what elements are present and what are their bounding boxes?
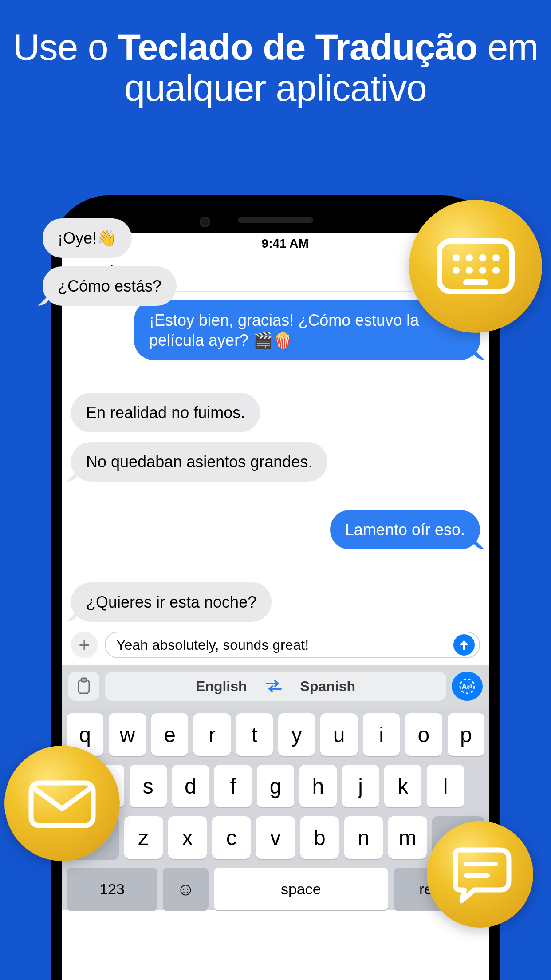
translate-icon: A⇄ <box>458 677 476 695</box>
svg-point-11 <box>479 267 486 274</box>
headline-bold: Teclado de Tradução <box>118 26 477 68</box>
key-x[interactable]: x <box>168 816 207 859</box>
svg-point-12 <box>492 267 500 274</box>
language-switch[interactable]: English Spanish <box>105 672 446 701</box>
keyboard-row-3: z x c v b n m <box>67 816 484 859</box>
phone-screen: 9:41 AM 100% Back ¡Estoy bien, gracias! … <box>62 233 489 980</box>
key-f[interactable]: f <box>214 765 252 807</box>
svg-point-5 <box>453 254 460 261</box>
floating-message-1: ¡Oye!👋 <box>43 218 132 258</box>
key-d[interactable]: d <box>172 765 209 807</box>
mail-icon <box>27 777 98 830</box>
svg-point-9 <box>453 267 460 274</box>
key-g[interactable]: g <box>257 765 294 807</box>
feature-badge-chat <box>427 821 533 928</box>
received-message: ¿Quieres ir esta noche? <box>71 582 272 622</box>
svg-point-6 <box>466 254 473 261</box>
keyboard-row-2: a s d f g h j k l <box>67 765 484 807</box>
clipboard-button[interactable] <box>68 672 99 701</box>
key-o[interactable]: o <box>405 713 442 756</box>
swap-icon[interactable] <box>265 680 283 693</box>
svg-point-8 <box>492 254 500 261</box>
feature-badge-mail <box>4 746 120 861</box>
key-t[interactable]: t <box>236 713 273 756</box>
svg-rect-13 <box>463 279 488 285</box>
target-language: Spanish <box>300 678 355 695</box>
feature-badge-keyboard <box>409 200 542 333</box>
key-e[interactable]: e <box>151 713 188 756</box>
svg-rect-14 <box>31 783 93 826</box>
emoji-icon: ☺ <box>177 879 195 899</box>
key-h[interactable]: h <box>299 765 337 807</box>
add-button[interactable]: + <box>71 632 98 658</box>
message-input[interactable]: Yeah absolutely, sounds great! <box>105 632 480 658</box>
key-u[interactable]: u <box>320 713 357 756</box>
key-v[interactable]: v <box>256 816 295 859</box>
key-r[interactable]: r <box>193 713 230 756</box>
key-j[interactable]: j <box>342 765 379 807</box>
key-b[interactable]: b <box>300 816 339 859</box>
key-i[interactable]: i <box>363 713 400 756</box>
sent-message: Lamento oír eso. <box>330 510 480 549</box>
headline-pre: Use o <box>13 26 118 68</box>
chat-bubble: ¡Oye!👋 <box>43 218 132 258</box>
key-k[interactable]: k <box>384 765 421 807</box>
keyboard-row-4: 123 ☺ space return <box>67 868 484 910</box>
translation-bar: English Spanish A⇄ <box>62 665 489 707</box>
phone-speaker <box>238 217 313 223</box>
message-input-row: + Yeah absolutely, sounds great! <box>62 626 489 665</box>
key-space[interactable]: space <box>214 868 388 910</box>
key-emoji[interactable]: ☺ <box>163 868 209 910</box>
key-y[interactable]: y <box>278 713 315 756</box>
key-123[interactable]: 123 <box>67 868 157 910</box>
chat-area: ¡Estoy bien, gracias! ¿Cómo estuvo la pe… <box>62 292 489 626</box>
received-message: En realidad no fuimos. <box>71 393 260 432</box>
key-n[interactable]: n <box>344 816 383 859</box>
chat-bubble: ¿Cómo estás? <box>43 266 177 306</box>
received-message: No quedaban asientos grandes. <box>71 442 327 482</box>
key-m[interactable]: m <box>388 816 427 859</box>
keyboard-icon <box>436 237 516 295</box>
keyboard-row-1: q w e r t y u i o p <box>67 713 484 756</box>
key-c[interactable]: c <box>212 816 251 859</box>
send-button[interactable] <box>453 634 475 656</box>
key-w[interactable]: w <box>109 713 146 756</box>
translate-button[interactable]: A⇄ <box>452 672 483 701</box>
phone-camera <box>200 217 210 227</box>
clipboard-icon <box>76 677 92 695</box>
chat-icon <box>447 846 513 908</box>
keyboard: q w e r t y u i o p a s d f g h <box>62 707 489 910</box>
svg-point-7 <box>479 254 486 261</box>
floating-message-2: ¿Cómo estás? <box>43 266 177 306</box>
key-s[interactable]: s <box>130 765 167 807</box>
svg-point-10 <box>466 267 473 274</box>
svg-text:A⇄: A⇄ <box>462 683 473 690</box>
source-language: English <box>196 678 247 695</box>
marketing-headline: Use o Teclado de Tradução em qualquer ap… <box>0 0 551 109</box>
key-z[interactable]: z <box>124 816 163 859</box>
status-time: 9:41 AM <box>146 237 424 251</box>
key-p[interactable]: p <box>448 713 484 756</box>
key-l[interactable]: l <box>427 765 464 807</box>
arrow-up-icon <box>459 639 469 651</box>
message-input-value: Yeah absolutely, sounds great! <box>116 637 450 653</box>
